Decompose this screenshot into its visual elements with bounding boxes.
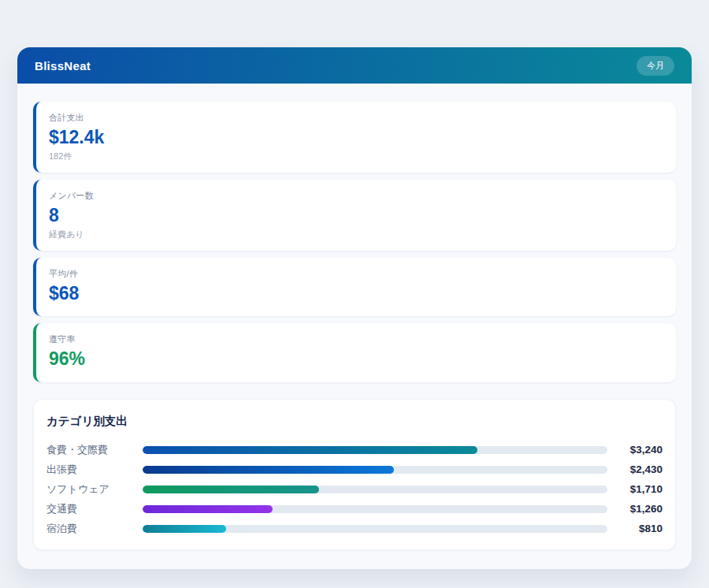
- stat-value: $12.4k: [49, 126, 662, 149]
- stat-sub: 182件: [49, 151, 662, 162]
- stat-label: 遵守率: [49, 333, 662, 345]
- period-badge[interactable]: 今月: [637, 56, 674, 76]
- bar-fill: [143, 505, 273, 513]
- category-value: $1,260: [607, 503, 663, 515]
- expense-dashboard-window: BlissNeat 今月 合計支出 $12.4k 182件 メンバー数 8 経費…: [17, 47, 692, 569]
- stat-value: $68: [49, 282, 662, 305]
- stat-label: 合計支出: [49, 112, 662, 124]
- stat-value: 96%: [49, 348, 662, 370]
- category-row: ソフトウェア $1,710: [46, 479, 663, 499]
- category-row: 交通費 $1,260: [46, 499, 663, 519]
- bar-track: [143, 525, 607, 533]
- bar-fill: [143, 486, 319, 493]
- stat-label: 平均/件: [49, 268, 662, 280]
- category-row: 宿泊費 $810: [46, 519, 663, 538]
- category-value: $1,710: [607, 483, 663, 495]
- category-label: ソフトウェア: [46, 482, 143, 497]
- app-header: BlissNeat 今月: [17, 47, 692, 84]
- stat-value: 8: [49, 204, 662, 227]
- bar-fill: [143, 466, 394, 474]
- bar-track: [143, 505, 607, 513]
- bar-track: [143, 486, 607, 493]
- category-value: $810: [607, 523, 663, 534]
- stat-card-average-per-item: 平均/件 $68: [33, 258, 676, 317]
- stat-card-member-count: メンバー数 8 経費あり: [33, 180, 676, 251]
- category-value: $3,240: [607, 444, 663, 456]
- stat-label: メンバー数: [49, 190, 662, 202]
- category-row: 出張費 $2,430: [46, 460, 663, 479]
- category-label: 食費・交際費: [46, 443, 143, 457]
- app-title: BlissNeat: [35, 59, 91, 73]
- category-card-title: カテゴリ別支出: [46, 414, 663, 429]
- category-spend-card: カテゴリ別支出 食費・交際費 $3,240 出張費 $2,430 ソフトウェア: [33, 399, 676, 550]
- stat-card-total-spend: 合計支出 $12.4k 182件: [33, 102, 676, 173]
- category-label: 交通費: [46, 502, 143, 516]
- stat-card-compliance-rate: 遵守率 96%: [33, 323, 676, 382]
- category-label: 宿泊費: [46, 522, 143, 536]
- bar-fill: [143, 446, 477, 454]
- bar-track: [143, 446, 607, 454]
- category-label: 出張費: [46, 463, 143, 477]
- bar-fill: [143, 525, 226, 533]
- dashboard-content: 合計支出 $12.4k 182件 メンバー数 8 経費あり 平均/件 $68 遵…: [17, 84, 692, 569]
- category-value: $2,430: [607, 463, 663, 475]
- bar-track: [143, 466, 607, 474]
- category-row: 食費・交際費 $3,240: [46, 440, 663, 460]
- stat-sub: 経費あり: [49, 229, 662, 240]
